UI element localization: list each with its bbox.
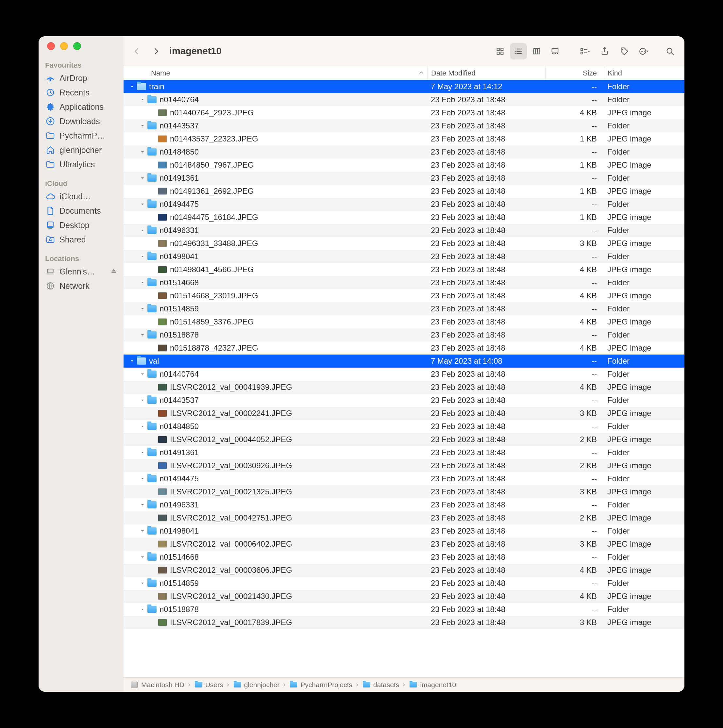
folder-row[interactable]: n0149633123 Feb 2023 at 18:48--Folder: [124, 498, 685, 511]
disclosure-triangle[interactable]: [139, 580, 146, 587]
folder-row[interactable]: train7 May 2023 at 14:12--Folder: [124, 80, 685, 93]
sidebar-item[interactable]: Applications: [38, 99, 124, 114]
disclosure-triangle[interactable]: [139, 227, 146, 234]
disclosure-triangle[interactable]: [139, 201, 146, 208]
sidebar-item[interactable]: Glenn's…: [38, 265, 124, 279]
file-row[interactable]: n01494475_16184.JPEG23 Feb 2023 at 18:48…: [124, 211, 685, 224]
sidebar-item[interactable]: Ultralytics: [38, 157, 124, 171]
file-row[interactable]: ILSVRC2012_val_00030926.JPEG23 Feb 2023 …: [124, 459, 685, 472]
file-row[interactable]: n01514859_3376.JPEG23 Feb 2023 at 18:484…: [124, 315, 685, 328]
action-button[interactable]: [636, 43, 653, 60]
folder-row[interactable]: n0151485923 Feb 2023 at 18:48--Folder: [124, 577, 685, 590]
folder-row[interactable]: n0144076423 Feb 2023 at 18:48--Folder: [124, 93, 685, 106]
disclosure-triangle[interactable]: [139, 606, 146, 613]
file-row[interactable]: n01518878_42327.JPEG23 Feb 2023 at 18:48…: [124, 341, 685, 355]
column-kind[interactable]: Kind: [604, 66, 679, 80]
file-row[interactable]: ILSVRC2012_val_00006402.JPEG23 Feb 2023 …: [124, 537, 685, 551]
disclosure-triangle[interactable]: [129, 358, 135, 364]
disclosure-triangle[interactable]: [139, 502, 146, 508]
path-segment[interactable]: imagenet10: [409, 681, 456, 689]
file-row[interactable]: n01484850_7967.JPEG23 Feb 2023 at 18:481…: [124, 159, 685, 171]
file-row[interactable]: n01514668_23019.JPEG23 Feb 2023 at 18:48…: [124, 289, 685, 302]
disclosure-triangle[interactable]: [129, 83, 135, 90]
folder-row[interactable]: n0149804123 Feb 2023 at 18:48--Folder: [124, 250, 685, 263]
sidebar-item[interactable]: Downloads: [38, 114, 124, 128]
file-row[interactable]: ILSVRC2012_val_00017839.JPEG23 Feb 2023 …: [124, 616, 685, 629]
group-button[interactable]: [577, 43, 594, 60]
folder-row[interactable]: n0144353723 Feb 2023 at 18:48--Folder: [124, 394, 685, 407]
folder-row[interactable]: n0148485023 Feb 2023 at 18:48--Folder: [124, 420, 685, 433]
gallery-view-button[interactable]: [547, 43, 564, 60]
folder-row[interactable]: n0144076423 Feb 2023 at 18:48--Folder: [124, 368, 685, 381]
sidebar-item[interactable]: glennjocher: [38, 143, 124, 157]
file-row[interactable]: ILSVRC2012_val_00041939.JPEG23 Feb 2023 …: [124, 381, 685, 394]
file-row[interactable]: ILSVRC2012_val_00003606.JPEG23 Feb 2023 …: [124, 564, 685, 577]
icon-view-button[interactable]: [492, 43, 509, 60]
file-row[interactable]: n01443537_22323.JPEG23 Feb 2023 at 18:48…: [124, 132, 685, 145]
path-segment[interactable]: glennjocher: [233, 681, 280, 689]
disclosure-triangle[interactable]: [139, 279, 146, 286]
sidebar-item[interactable]: PycharmP…: [38, 128, 124, 143]
file-list[interactable]: train7 May 2023 at 14:12--Foldern0144076…: [124, 80, 685, 650]
column-name[interactable]: Name: [124, 66, 427, 80]
sidebar-item[interactable]: Desktop: [38, 218, 124, 232]
sidebar-item[interactable]: Network: [38, 279, 124, 293]
file-row[interactable]: n01496331_33488.JPEG23 Feb 2023 at 18:48…: [124, 237, 685, 250]
path-segment[interactable]: datasets: [362, 681, 399, 689]
folder-row[interactable]: val7 May 2023 at 14:08--Folder: [124, 355, 685, 368]
column-date[interactable]: Date Modified: [427, 66, 545, 80]
sidebar-item[interactable]: Documents: [38, 203, 124, 218]
disclosure-triangle[interactable]: [139, 253, 146, 260]
file-row[interactable]: n01498041_4566.JPEG23 Feb 2023 at 18:484…: [124, 263, 685, 276]
file-row[interactable]: ILSVRC2012_val_00021325.JPEG23 Feb 2023 …: [124, 485, 685, 498]
zoom-button[interactable]: [73, 42, 81, 50]
disclosure-triangle[interactable]: [139, 449, 146, 456]
folder-row[interactable]: n0149633123 Feb 2023 at 18:48--Folder: [124, 224, 685, 237]
file-row[interactable]: n01440764_2923.JPEG23 Feb 2023 at 18:484…: [124, 106, 685, 119]
back-button[interactable]: [128, 43, 145, 60]
disclosure-triangle[interactable]: [139, 175, 146, 181]
eject-icon[interactable]: [110, 267, 117, 277]
folder-row[interactable]: n0144353723 Feb 2023 at 18:48--Folder: [124, 119, 685, 132]
folder-row[interactable]: n0149447523 Feb 2023 at 18:48--Folder: [124, 198, 685, 211]
path-segment[interactable]: Macintosh HD: [130, 681, 184, 689]
disclosure-triangle[interactable]: [139, 332, 146, 338]
folder-row[interactable]: n0149804123 Feb 2023 at 18:48--Folder: [124, 525, 685, 537]
disclosure-triangle[interactable]: [139, 397, 146, 404]
file-row[interactable]: ILSVRC2012_val_00002241.JPEG23 Feb 2023 …: [124, 407, 685, 420]
disclosure-triangle[interactable]: [139, 306, 146, 312]
folder-row[interactable]: n0148485023 Feb 2023 at 18:48--Folder: [124, 145, 685, 159]
file-row[interactable]: ILSVRC2012_val_00044052.JPEG23 Feb 2023 …: [124, 433, 685, 446]
folder-row[interactable]: n0149136123 Feb 2023 at 18:48--Folder: [124, 171, 685, 185]
list-view-button[interactable]: [510, 43, 527, 60]
file-row[interactable]: n01491361_2692.JPEG23 Feb 2023 at 18:481…: [124, 185, 685, 198]
disclosure-triangle[interactable]: [139, 528, 146, 534]
folder-row[interactable]: n0151887823 Feb 2023 at 18:48--Folder: [124, 328, 685, 341]
disclosure-triangle[interactable]: [139, 554, 146, 560]
folder-row[interactable]: n0151887823 Feb 2023 at 18:48--Folder: [124, 603, 685, 616]
sidebar-item[interactable]: AirDrop: [38, 71, 124, 85]
sidebar-item[interactable]: Recents: [38, 85, 124, 99]
tags-button[interactable]: [616, 43, 633, 60]
column-size[interactable]: Size: [545, 66, 604, 80]
sidebar-item[interactable]: iCloud…: [38, 189, 124, 203]
file-row[interactable]: ILSVRC2012_val_00021430.JPEG23 Feb 2023 …: [124, 590, 685, 603]
folder-row[interactable]: n0151466823 Feb 2023 at 18:48--Folder: [124, 551, 685, 564]
folder-row[interactable]: n0149136123 Feb 2023 at 18:48--Folder: [124, 446, 685, 459]
folder-row[interactable]: n0149447523 Feb 2023 at 18:48--Folder: [124, 472, 685, 485]
disclosure-triangle[interactable]: [139, 476, 146, 482]
search-button[interactable]: [662, 43, 679, 60]
disclosure-triangle[interactable]: [139, 371, 146, 378]
disclosure-triangle[interactable]: [139, 149, 146, 155]
folder-row[interactable]: n0151466823 Feb 2023 at 18:48--Folder: [124, 276, 685, 289]
disclosure-triangle[interactable]: [139, 96, 146, 103]
path-segment[interactable]: Users: [194, 681, 223, 689]
close-button[interactable]: [47, 42, 55, 50]
disclosure-triangle[interactable]: [139, 423, 146, 430]
path-segment[interactable]: PycharmProjects: [289, 681, 352, 689]
share-button[interactable]: [596, 43, 613, 60]
minimize-button[interactable]: [60, 42, 68, 50]
folder-row[interactable]: n0151485923 Feb 2023 at 18:48--Folder: [124, 302, 685, 315]
disclosure-triangle[interactable]: [139, 122, 146, 129]
forward-button[interactable]: [148, 43, 165, 60]
